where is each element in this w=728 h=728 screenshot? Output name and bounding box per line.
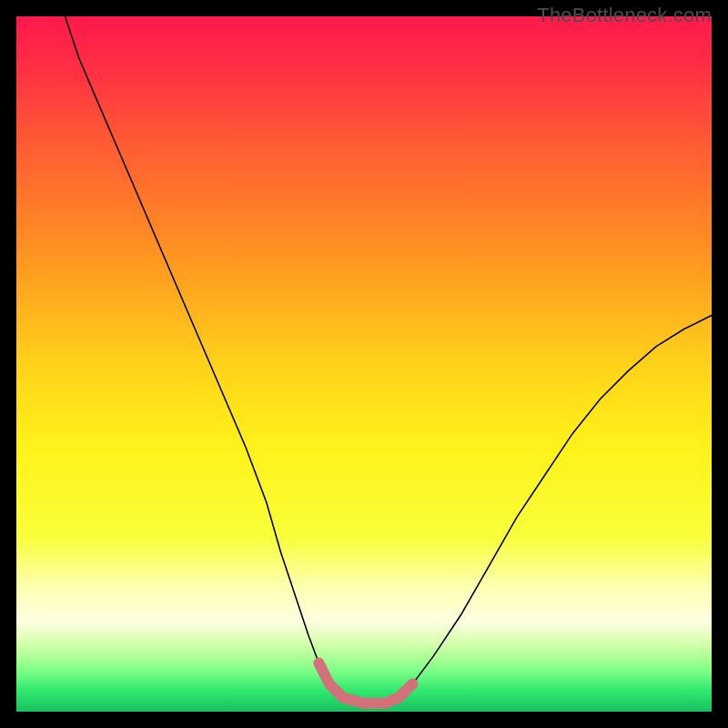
watermark-text: TheBottleneck.com — [537, 4, 712, 27]
chart-svg — [16, 16, 712, 712]
gradient-background — [16, 16, 712, 712]
plot-area — [16, 16, 712, 712]
chart-frame: TheBottleneck.com — [0, 0, 728, 728]
